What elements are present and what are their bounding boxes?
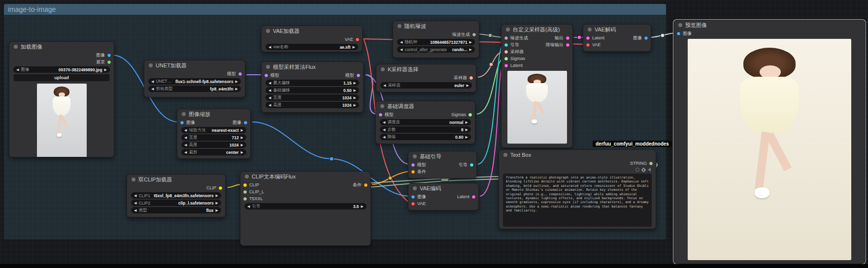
node-header[interactable]: 基础调度器: [376, 101, 475, 111]
prev-arrow-icon[interactable]: ◀: [134, 208, 136, 212]
node-basic-scheduler[interactable]: 基础调度器模型Sigmas◀调度器normal▶◀步数8▶◀降噪0.60▶: [375, 101, 475, 144]
prev-arrow-icon[interactable]: ◀: [383, 128, 385, 132]
next-arrow-icon[interactable]: ▶: [235, 87, 238, 91]
max-shift-widget[interactable]: ◀最大偏移1.15▶: [266, 80, 359, 86]
prev-arrow-icon[interactable]: ◀: [268, 103, 271, 107]
unet-name-widget[interactable]: ◀UNET名称flux1-schnell-fp8.safetensors▶: [148, 78, 241, 85]
width-widget[interactable]: ◀宽度1024▶: [266, 94, 359, 101]
node-vae-loader[interactable]: VAE加载器VAE◀vae名称ae.sft▶: [261, 26, 363, 52]
node-ksampler-select[interactable]: K采样器选择采样器◀采样器euler▶: [376, 64, 476, 92]
clip2-widget[interactable]: ◀CLIP2clip_l.safetensors▶: [131, 200, 221, 206]
next-arrow-icon[interactable]: ▶: [241, 128, 243, 132]
collapse-dot-icon[interactable]: [149, 63, 153, 67]
type-widget[interactable]: ◀类型flux▶: [131, 207, 221, 213]
prev-arrow-icon[interactable]: ◀: [184, 128, 187, 132]
node-vae-decode[interactable]: VAE解码Latent图像VAE: [583, 24, 651, 52]
input-socket[interactable]: 图像: [676, 30, 692, 37]
node-header[interactable]: 自定义采样器(高级): [501, 25, 572, 34]
control-after-generate-widget[interactable]: ◀control_after_generaterando...▶: [397, 46, 475, 53]
prev-arrow-icon[interactable]: ◀: [134, 201, 136, 205]
next-arrow-icon[interactable]: ▶: [467, 84, 469, 88]
prev-arrow-icon[interactable]: ◀: [247, 205, 250, 208]
denoise-widget[interactable]: ◀降噪0.60▶: [380, 134, 471, 140]
node-header[interactable]: 预览图像: [674, 20, 865, 30]
collapse-dot-icon[interactable]: [266, 29, 270, 33]
output-socket[interactable]: 图像: [633, 35, 648, 41]
reroute-dot[interactable]: [388, 176, 392, 180]
scheduler-widget[interactable]: ◀调度器normal▶: [380, 119, 471, 125]
prev-arrow-icon[interactable]: ◀: [268, 81, 271, 85]
seed-widget[interactable]: ◀随机种1086446571327871▶: [397, 39, 475, 45]
input-socket[interactable]: CLIP: [243, 182, 259, 187]
output-socket[interactable]: STRING: [630, 161, 653, 166]
node-header[interactable]: K采样器选择: [376, 64, 476, 74]
input-socket[interactable]: 图像: [180, 119, 195, 126]
guidance-widget[interactable]: ◀引导3.5▶: [244, 203, 367, 209]
reroute-dot[interactable]: [330, 157, 334, 161]
scale-method-widget[interactable]: ◀缩放方法nearest-exact▶: [181, 127, 246, 133]
prev-arrow-icon[interactable]: ◀: [134, 194, 136, 198]
node-random-noise[interactable]: 随机噪波噪波生成◀随机种1086446571327871▶◀control_af…: [393, 21, 479, 58]
collapse-dot-icon[interactable]: [503, 153, 507, 157]
node-clip-text-encode-flux[interactable]: CLIP文本编码FluxCLIP条件CLIP_LT5XXL◀引导3.5▶: [240, 171, 371, 246]
node-header[interactable]: Text Box: [499, 150, 656, 160]
node-header[interactable]: VAE解码: [583, 25, 651, 34]
next-arrow-icon[interactable]: ▶: [354, 103, 356, 107]
next-arrow-icon[interactable]: ▶: [241, 136, 243, 140]
output-socket[interactable]: 图像: [233, 119, 248, 126]
output-socket[interactable]: 降噪输出: [546, 42, 570, 48]
collapse-dot-icon[interactable]: [14, 45, 18, 49]
node-header[interactable]: CLIP文本编码Flux: [240, 172, 370, 181]
input-socket[interactable]: 引导: [504, 42, 519, 48]
input-socket[interactable]: 模型: [411, 162, 426, 168]
node-header[interactable]: 加载图像: [9, 42, 114, 52]
node-load-image[interactable]: 加载图像图像遮罩◀图像00370-3822499890.jpg▶upload: [9, 41, 114, 157]
width-widget[interactable]: ◀宽度712▶: [181, 134, 246, 141]
prev-arrow-icon[interactable]: ◀: [400, 48, 402, 52]
collapse-dot-icon[interactable]: [245, 175, 249, 179]
height-widget[interactable]: ◀高度1024▶: [266, 102, 359, 108]
collapse-dot-icon[interactable]: [266, 65, 270, 69]
reroute-dot[interactable]: [577, 35, 581, 39]
prev-arrow-icon[interactable]: ◀: [383, 135, 385, 139]
reroute-dot[interactable]: [661, 33, 665, 37]
node-vae-encode[interactable]: VAE编码图像LatentVAE: [408, 183, 479, 210]
clip1-widget[interactable]: ◀CLIP1t5xxl_fp8_e4m3fn.safetensors▶: [131, 192, 221, 199]
node-header[interactable]: 随机噪波: [393, 21, 479, 31]
next-arrow-icon[interactable]: ▶: [466, 135, 468, 139]
prompt-text[interactable]: Transform a realistic photograph into an…: [503, 174, 652, 227]
prev-arrow-icon[interactable]: ◀: [268, 45, 271, 49]
node-header[interactable]: 双CLIP加载器: [127, 175, 225, 184]
collapse-dot-icon[interactable]: [398, 24, 401, 28]
output-socket[interactable]: 模型: [345, 72, 361, 79]
output-socket[interactable]: VAE: [345, 37, 360, 42]
next-arrow-icon[interactable]: ▶: [235, 80, 238, 84]
input-socket[interactable]: Latent: [504, 63, 523, 68]
next-arrow-icon[interactable]: ▶: [466, 120, 468, 124]
input-socket[interactable]: Sigmas: [504, 56, 525, 61]
output-socket[interactable]: Latent: [457, 194, 476, 199]
prev-arrow-icon[interactable]: ◀: [184, 143, 187, 147]
base-shift-widget[interactable]: ◀基础偏移0.50▶: [266, 87, 359, 93]
node-dual-clip-loader[interactable]: 双CLIP加载器CLIP◀CLIP1t5xxl_fp8_e4m3fn.safet…: [127, 174, 226, 217]
next-arrow-icon[interactable]: ▶: [361, 205, 364, 208]
next-arrow-icon[interactable]: ▶: [216, 194, 218, 198]
input-socket[interactable]: 条件: [411, 169, 426, 175]
prev-arrow-icon[interactable]: ◀: [151, 80, 154, 84]
prev-arrow-icon[interactable]: ◀: [400, 40, 402, 44]
prev-arrow-icon[interactable]: ◀: [383, 84, 386, 88]
mute-icon[interactable]: [648, 168, 651, 172]
node-header[interactable]: VAE编码: [408, 183, 478, 193]
vae-name-widget[interactable]: ◀vae名称ae.sft▶: [266, 44, 358, 50]
weight-dtype-widget[interactable]: ◀剪枝类型fp8_e4m3fn▶: [148, 86, 241, 92]
next-arrow-icon[interactable]: ▶: [354, 96, 356, 100]
reroute-dot[interactable]: [489, 62, 493, 66]
output-socket[interactable]: 采样器: [454, 75, 473, 81]
next-arrow-icon[interactable]: ▶: [241, 150, 243, 154]
next-arrow-icon[interactable]: ▶: [354, 89, 356, 92]
steps-widget[interactable]: ◀步数8▶: [380, 126, 471, 133]
node-header[interactable]: 图像缩放: [177, 109, 250, 119]
next-arrow-icon[interactable]: ▶: [469, 48, 472, 52]
sampler-name-widget[interactable]: ◀采样器euler▶: [380, 82, 472, 89]
next-arrow-icon[interactable]: ▶: [466, 128, 468, 132]
